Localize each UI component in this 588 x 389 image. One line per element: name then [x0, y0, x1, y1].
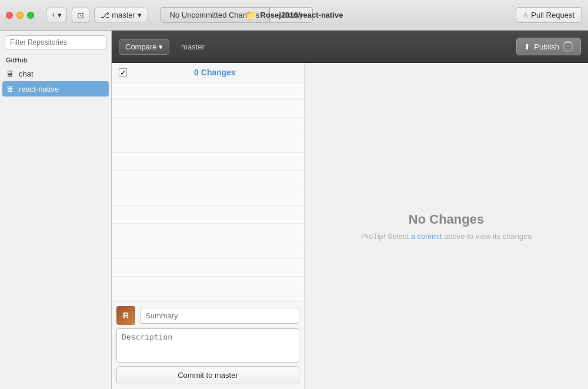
publish-icon: ⬆: [524, 42, 530, 51]
branch-selector[interactable]: ⎇ master ▾: [94, 8, 148, 22]
change-row-11: [112, 259, 304, 277]
pr-icon: ⑃: [523, 11, 528, 19]
change-row-3: [112, 118, 304, 135]
titlebar: + ▾ ⊡ ⎇ master ▾ 📁 Rosej2016/react-nativ…: [0, 0, 588, 31]
change-row-6: [112, 171, 304, 188]
change-row-13: [112, 294, 304, 301]
filter-repositories-input[interactable]: [5, 35, 106, 49]
layout-button[interactable]: ⊡: [72, 8, 89, 23]
sidebar-item-label-chat: chat: [19, 69, 34, 78]
sidebar-section-github: GitHub: [0, 54, 111, 66]
split-panel: ✓ 0 Changes: [112, 63, 588, 389]
publish-button[interactable]: ⬆ Publish: [516, 38, 581, 55]
current-branch-label: master: [181, 42, 205, 51]
main-layout: GitHub 🖥 chat 🖥 react-native Compare ▾ m…: [0, 31, 588, 389]
changes-list: [112, 82, 304, 301]
change-row-12: [112, 277, 304, 294]
summary-input[interactable]: [140, 308, 299, 324]
commit-area: R Commit to master: [112, 301, 304, 389]
changes-count: 0 Changes: [133, 68, 297, 77]
pull-request-button[interactable]: ⑃ Pull Request: [516, 7, 582, 23]
changes-panel: ✓ 0 Changes: [112, 63, 305, 389]
change-row-7: [112, 188, 304, 206]
toolbar-right: ⑃ Pull Request: [516, 7, 582, 23]
commit-link[interactable]: a commit: [411, 232, 442, 241]
diff-panel: No Changes ProTip! Select a commit above…: [305, 63, 588, 389]
publish-label: Publish: [534, 42, 559, 51]
traffic-lights: [6, 12, 34, 19]
changes-header: ✓ 0 Changes: [112, 63, 304, 82]
sidebar: GitHub 🖥 chat 🖥 react-native: [0, 31, 112, 389]
compare-button[interactable]: Compare ▾: [119, 39, 169, 55]
close-button[interactable]: [6, 12, 13, 19]
loading-spinner: [563, 41, 573, 52]
maximize-button[interactable]: [27, 12, 34, 19]
change-row-10: [112, 241, 304, 259]
no-changes-title: No Changes: [409, 212, 484, 227]
branch-name: master ▾: [112, 11, 141, 19]
select-all-checkbox[interactable]: ✓: [119, 68, 127, 77]
sidebar-item-label-react-native: react-native: [19, 85, 59, 94]
no-changes-tip: ProTip! Select a commit above to view it…: [361, 232, 532, 241]
change-row-5: [112, 153, 304, 171]
pr-label: Pull Request: [531, 11, 574, 19]
commit-button[interactable]: Commit to master: [116, 366, 299, 384]
change-row-4: [112, 135, 304, 153]
add-button[interactable]: + ▾: [46, 8, 67, 22]
toolbar-left: + ▾ ⊡ ⎇ master ▾: [46, 8, 148, 23]
change-row-1: [112, 82, 304, 100]
window-title: 📁 Rosej2016/react-native: [245, 9, 343, 21]
change-row-9: [112, 224, 304, 241]
sidebar-item-chat[interactable]: 🖥 chat: [0, 66, 111, 81]
repo-icon-chat: 🖥: [6, 69, 14, 78]
change-row-2: [112, 100, 304, 118]
dark-bar: Compare ▾ master ⬆ Publish: [112, 31, 588, 63]
repo-title: Rosej2016/react-native: [260, 11, 343, 19]
commit-summary-row: R: [116, 306, 299, 325]
branch-icon: ⎇: [101, 11, 109, 19]
repo-icon-react-native: 🖥: [6, 84, 14, 94]
change-row-8: [112, 206, 304, 224]
description-input[interactable]: [116, 328, 299, 363]
content-area: Compare ▾ master ⬆ Publish ✓ 0 Changes: [112, 31, 588, 389]
avatar: R: [116, 306, 135, 325]
sidebar-item-react-native[interactable]: 🖥 react-native: [2, 81, 109, 97]
folder-icon: 📁: [245, 9, 257, 21]
minimize-button[interactable]: [16, 12, 24, 19]
